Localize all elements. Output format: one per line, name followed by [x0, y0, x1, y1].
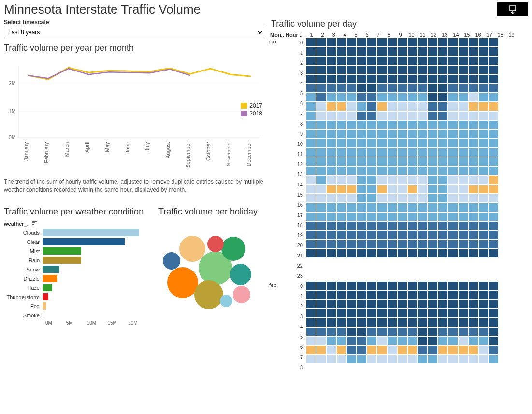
- hm-cell: [306, 300, 316, 309]
- hm-cell: [407, 309, 417, 318]
- hm-cell: [428, 139, 438, 148]
- hm-hour-label: 16: [286, 200, 306, 210]
- svg-text:October: October: [205, 142, 211, 161]
- hm-cell: [397, 84, 407, 93]
- heatmap[interactable]: Mon.. Hour .. 12345678910111213141516171…: [268, 32, 532, 372]
- hm-cell: [357, 185, 367, 194]
- hm-cell: [448, 309, 458, 318]
- share-button[interactable]: [497, 2, 528, 16]
- hm-cell: [346, 175, 357, 185]
- hm-cell: [316, 166, 326, 175]
- line-chart[interactable]: 2M 1M 0M JanuaryFebruaryMarchAprilMayJun…: [4, 56, 264, 172]
- hm-cell: [397, 300, 407, 309]
- hm-cell: [367, 221, 377, 230]
- hm-hour-label: 9: [286, 129, 306, 139]
- hm-cell: [458, 74, 468, 84]
- hm-cell: [478, 38, 489, 47]
- hm-hour-label: 7: [286, 109, 306, 119]
- hm-cell: [438, 345, 448, 355]
- weather-field[interactable]: weather_..: [4, 221, 149, 227]
- hm-cell: [326, 230, 336, 240]
- hm-cell: [336, 38, 346, 47]
- hm-cell: [407, 111, 417, 120]
- hm-cell: [357, 166, 367, 175]
- hm-cell: [417, 166, 428, 175]
- hm-cell: [377, 175, 387, 185]
- bar-chart[interactable]: CloudsClearMistRainSnowDrizzleHazeThunde…: [4, 228, 149, 326]
- hm-cell: [489, 120, 499, 129]
- hm-cell: [448, 139, 458, 148]
- hm-cell: [448, 327, 458, 336]
- hm-cell: [489, 194, 499, 203]
- bubble: [194, 280, 223, 309]
- hm-cell: [468, 93, 478, 102]
- bar-row: Rain: [4, 256, 149, 265]
- hm-cell: [489, 300, 499, 309]
- hm-cell: [407, 281, 417, 290]
- hm-cell: [448, 300, 458, 309]
- hm-cell: [306, 84, 316, 93]
- hm-cell: [428, 148, 438, 157]
- hm-cell: [489, 166, 499, 175]
- svg-text:1M: 1M: [9, 108, 16, 114]
- hm-cell: [367, 38, 377, 47]
- hm-cell: [407, 249, 417, 258]
- hm-cell: [357, 318, 367, 327]
- hm-cell: [387, 102, 397, 111]
- hm-cell: [397, 249, 407, 258]
- hm-cell: [428, 102, 438, 111]
- hm-cell: [478, 281, 489, 290]
- hm-cell: [448, 38, 458, 47]
- hm-cell: [336, 84, 346, 93]
- hm-cell: [489, 38, 499, 47]
- hm-cell: [367, 84, 377, 93]
- hm-cell: [417, 327, 428, 336]
- bar-row: Smoke: [4, 311, 149, 320]
- hm-cell: [316, 120, 326, 129]
- hm-hour-label: 5: [286, 332, 306, 342]
- hm-cell: [458, 240, 468, 249]
- hm-cell: [306, 47, 316, 56]
- hm-cell: [478, 345, 489, 355]
- hm-cell: [306, 65, 316, 74]
- timescale-select[interactable]: Last 8 years: [4, 27, 264, 38]
- hm-cell: [326, 139, 336, 148]
- bar-label: Snow: [4, 267, 43, 272]
- hm-hour-label: 6: [286, 342, 306, 352]
- hm-cell: [336, 185, 346, 194]
- hm-cell: [326, 336, 336, 345]
- hm-col-header: 1: [306, 32, 317, 38]
- hm-cell: [377, 148, 387, 157]
- bubble-chart[interactable]: [158, 220, 260, 316]
- hm-cell: [336, 221, 346, 230]
- hm-cell: [468, 185, 478, 194]
- hm-cell: [336, 166, 346, 175]
- hm-cell: [367, 194, 377, 203]
- hm-cell: [397, 281, 407, 290]
- hm-cell: [336, 74, 346, 84]
- hm-cell: [367, 290, 377, 300]
- hm-cell: [397, 65, 407, 74]
- hm-cell: [417, 221, 428, 230]
- hm-cell: [417, 47, 428, 56]
- hm-cell: [438, 203, 448, 212]
- hm-cell: [448, 355, 458, 364]
- hm-cell: [407, 139, 417, 148]
- hm-cell: [489, 355, 499, 364]
- bar-label: Mist: [4, 248, 43, 254]
- hm-cell: [489, 290, 499, 300]
- hm-cell: [489, 203, 499, 212]
- hm-cell: [306, 336, 316, 345]
- hm-cell: [367, 157, 377, 166]
- hm-cell: [458, 93, 468, 102]
- hm-cell: [468, 203, 478, 212]
- hm-cell: [387, 74, 397, 84]
- hm-cell: [478, 84, 489, 93]
- hm-cell: [489, 249, 499, 258]
- hm-cell: [397, 56, 407, 65]
- hm-cell: [367, 148, 377, 157]
- hm-cell: [417, 111, 428, 120]
- hm-cell: [367, 336, 377, 345]
- bar-label: Rain: [4, 257, 43, 263]
- hm-cell: [377, 230, 387, 240]
